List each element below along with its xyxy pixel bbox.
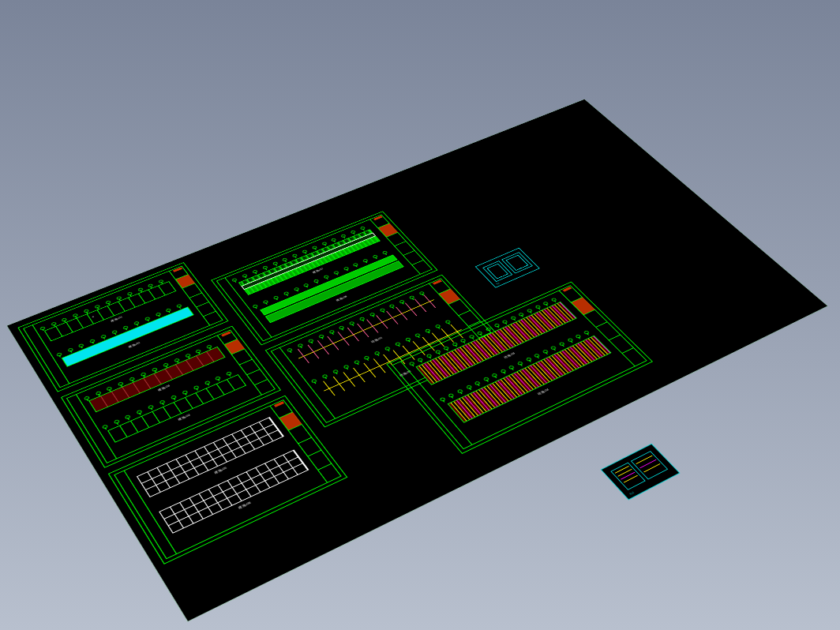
mini-sheet-1[interactable]: S-1 xyxy=(475,248,540,288)
viewport-3d[interactable]: ◄ 建施-01 建施-02 xyxy=(0,0,840,630)
mini-sheet-2[interactable]: S-2 xyxy=(601,444,681,501)
model-canvas[interactable]: ◄ 建施-01 建施-02 xyxy=(7,99,827,621)
mini-tag: S-1 xyxy=(496,282,501,285)
mini-tag: S-2 xyxy=(628,491,635,496)
